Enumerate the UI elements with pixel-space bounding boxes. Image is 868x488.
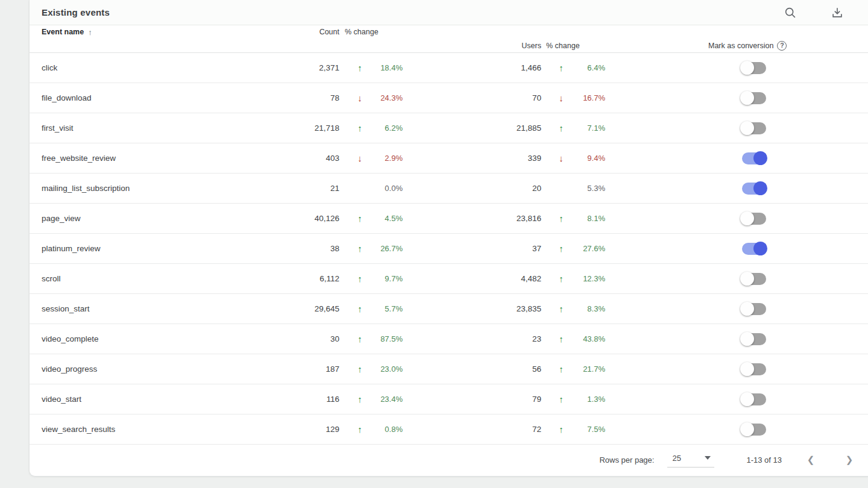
toggle-thumb: [740, 362, 754, 376]
mark-as-conversion-toggle[interactable]: [740, 121, 767, 136]
download-icon: [831, 6, 844, 19]
count-pct-change-cell: 18.4%: [380, 63, 403, 72]
mark-as-conversion-toggle[interactable]: [740, 422, 767, 437]
mark-as-conversion-toggle[interactable]: [740, 362, 767, 377]
count-trend-arrow-icon: ↑: [339, 334, 380, 344]
table-row: page_view 40,126 ↑ 4.5% 23,816 ↑ 8.1%: [30, 204, 868, 234]
toggle-cell: [605, 422, 868, 437]
toggle-thumb: [753, 242, 767, 255]
toggle-thumb: [753, 151, 767, 165]
event-name-cell: file_download: [42, 93, 279, 102]
toggle-thumb: [740, 392, 754, 406]
help-icon[interactable]: ?: [777, 41, 787, 51]
count-cell: 30: [279, 334, 339, 343]
users-pct-change-cell: 1.3%: [581, 395, 605, 404]
mark-as-conversion-toggle[interactable]: [740, 181, 767, 196]
count-cell: 6,112: [279, 274, 339, 283]
count-cell: 29,645: [279, 304, 339, 313]
users-pct-change-cell: 7.1%: [581, 124, 605, 133]
table-header-row: Event name ↑ Count % change Users % chan…: [30, 25, 868, 53]
column-header-users-pct-change[interactable]: % change: [541, 42, 605, 50]
event-name-cell: video_complete: [42, 334, 279, 343]
count-cell: 403: [279, 154, 339, 163]
mark-as-conversion-toggle[interactable]: [740, 61, 767, 75]
rows-per-page-value: 25: [672, 454, 681, 463]
event-name-cell: page_view: [42, 214, 279, 223]
download-button[interactable]: [830, 5, 844, 20]
count-pct-change-cell: 2.9%: [380, 154, 403, 163]
toggle-cell: [605, 61, 868, 75]
card-title: Existing events: [42, 7, 110, 17]
count-trend-arrow-icon: ↑: [339, 213, 380, 224]
users-pct-change-cell: 7.5%: [581, 425, 605, 434]
event-name-cell: scroll: [42, 274, 279, 283]
pagination-prev-button[interactable]: ❮: [804, 452, 818, 467]
event-name-cell: video_start: [42, 395, 279, 404]
count-trend-arrow-icon: ↑: [339, 243, 380, 254]
count-pct-change-cell: 5.7%: [380, 304, 403, 313]
event-name-cell: free_website_review: [42, 154, 279, 163]
column-header-count[interactable]: Count: [279, 28, 339, 36]
column-header-count-pct-change[interactable]: % change: [339, 28, 403, 36]
count-pct-change-cell: 0.0%: [380, 184, 403, 193]
event-name-cell: session_start: [42, 304, 279, 313]
card-titlebar: Existing events: [30, 0, 868, 25]
search-button[interactable]: [783, 5, 797, 20]
users-trend-arrow-icon: ↑: [541, 63, 581, 73]
toggle-cell: [605, 151, 868, 166]
count-pct-change-cell: 6.2%: [380, 124, 403, 133]
count-pct-change-cell: 24.3%: [380, 93, 403, 102]
table-row: view_search_results 129 ↑ 0.8% 72 ↑ 7.5%: [30, 414, 868, 445]
toggle-thumb: [740, 272, 754, 286]
table-row: mailing_list_subscription 21 0.0% 20 5.3…: [30, 174, 868, 204]
toggle-cell: [605, 302, 868, 316]
table-row: free_website_review 403 ↓ 2.9% 339 ↓ 9.4…: [30, 143, 868, 174]
mark-as-conversion-toggle[interactable]: [740, 272, 767, 286]
table-row: platinum_review 38 ↑ 26.7% 37 ↑ 27.6%: [30, 234, 868, 264]
count-cell: 187: [279, 364, 339, 374]
users-trend-arrow-icon: ↑: [541, 123, 581, 133]
mark-as-conversion-toggle[interactable]: [740, 91, 767, 105]
toggle-thumb: [740, 61, 754, 75]
users-cell: 21,885: [403, 124, 541, 133]
count-trend-arrow-icon: ↑: [339, 274, 380, 284]
users-cell: 56: [403, 364, 541, 374]
users-cell: 1,466: [403, 63, 541, 72]
users-trend-arrow-icon: ↓: [541, 93, 581, 103]
users-pct-change-cell: 6.4%: [581, 63, 605, 72]
toggle-cell: [605, 91, 868, 105]
table-footer: Rows per page: 25 1-13 of 13 ❮ ❯: [30, 445, 868, 475]
count-trend-arrow-icon: ↑: [339, 63, 380, 73]
event-name-cell: video_progress: [42, 364, 279, 374]
mark-as-conversion-toggle[interactable]: [740, 302, 767, 316]
toggle-cell: [605, 242, 868, 256]
count-trend-arrow-icon: ↑: [339, 364, 380, 374]
users-cell: 72: [403, 425, 541, 434]
count-trend-arrow-icon: ↓: [339, 153, 380, 163]
column-header-users[interactable]: Users: [403, 42, 541, 50]
mark-as-conversion-toggle[interactable]: [740, 332, 767, 346]
users-trend-arrow-icon: ↑: [541, 364, 581, 374]
toggle-thumb: [740, 332, 754, 346]
users-pct-change-cell: 16.7%: [581, 93, 605, 102]
search-icon: [784, 6, 797, 19]
users-cell: 23,816: [403, 214, 541, 223]
users-trend-arrow-icon: ↑: [541, 213, 581, 224]
users-cell: 37: [403, 244, 541, 253]
mark-as-conversion-toggle[interactable]: [740, 151, 767, 166]
toggle-thumb: [740, 302, 754, 316]
event-name-cell: first_visit: [42, 124, 279, 133]
rows-per-page-select[interactable]: 25: [667, 452, 714, 468]
users-cell: 339: [403, 154, 541, 163]
toggle-cell: [605, 392, 868, 407]
toggle-thumb: [740, 211, 754, 225]
count-pct-change-cell: 87.5%: [380, 334, 403, 343]
users-cell: 70: [403, 93, 541, 102]
column-header-event-name[interactable]: Event name ↑: [42, 28, 279, 37]
mark-as-conversion-toggle[interactable]: [740, 211, 767, 226]
column-header-mark-as-conversion: Mark as conversion ?: [708, 41, 868, 51]
mark-as-conversion-toggle[interactable]: [740, 242, 767, 256]
pagination-next-button[interactable]: ❯: [842, 452, 857, 467]
mark-as-conversion-toggle[interactable]: [740, 392, 767, 407]
users-pct-change-cell: 12.3%: [581, 274, 605, 283]
